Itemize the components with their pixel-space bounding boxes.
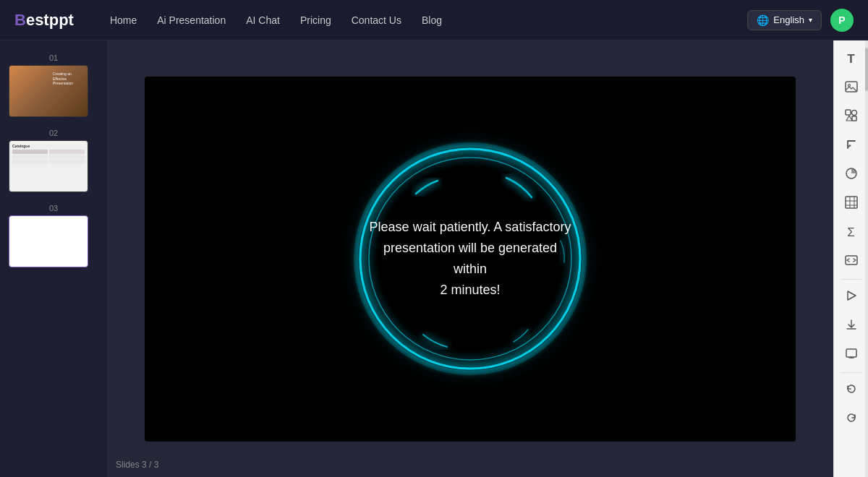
text-tool-button[interactable]: T [838, 46, 864, 72]
svg-rect-9 [846, 197, 857, 208]
main-nav: Home Ai Presentation AI Chat Pricing Con… [110, 14, 726, 26]
svg-rect-16 [846, 349, 856, 357]
text-icon: T [847, 52, 854, 66]
message-line2: presentation will be generated within [383, 241, 557, 276]
pie-chart-icon [845, 167, 858, 183]
undo-tool-button[interactable] [838, 377, 864, 403]
svg-rect-7 [852, 116, 856, 121]
image-icon [845, 80, 858, 96]
canvas-area: Please wait patiently. A satisfactory pr… [107, 40, 833, 477]
message-line3: 2 minutes! [440, 283, 500, 297]
redo-icon [846, 412, 857, 426]
nav-home[interactable]: Home [110, 14, 137, 26]
header-right: 🌐 English ▾ P [747, 9, 854, 32]
table-tool-button[interactable] [838, 191, 864, 217]
slide2-title: Catalogue [12, 144, 85, 148]
download-tool-button[interactable] [838, 313, 864, 339]
slide1-text: Creating an EffectivePresentation [53, 72, 82, 86]
right-toolbar: T [833, 40, 868, 477]
slide-image-2: Catalogue [9, 140, 88, 192]
image-tool-button[interactable] [838, 75, 864, 101]
slide-num-1: 01 [9, 53, 98, 62]
nav-ai-chat[interactable]: AI Chat [246, 14, 280, 26]
language-label: English [773, 14, 804, 25]
slide-thumb-3[interactable]: 03 [0, 198, 107, 273]
download-icon [846, 319, 857, 333]
language-selector[interactable]: 🌐 English ▾ [747, 10, 822, 30]
toolbar-divider-1 [841, 279, 861, 280]
play-icon [846, 290, 857, 304]
user-avatar[interactable]: P [830, 9, 854, 32]
sigma-tool-button[interactable]: Σ [838, 220, 864, 246]
table-icon [845, 196, 858, 212]
slide-message: Please wait patiently. A satisfactory pr… [340, 217, 600, 300]
slides-sidebar: 01 Creating an EffectivePresentation 02 … [0, 40, 107, 477]
toolbar-scrollbar-thumb [865, 48, 868, 91]
logo[interactable]: BBestestppt [14, 11, 74, 30]
toolbar-scrollbar[interactable] [865, 40, 868, 477]
svg-rect-5 [846, 110, 851, 115]
toolbar-divider-2 [841, 372, 861, 373]
header: BBestestppt Home Ai Presentation AI Chat… [0, 0, 868, 40]
neon-circle-container: Please wait patiently. A satisfactory pr… [340, 129, 600, 389]
main-layout: 01 Creating an EffectivePresentation 02 … [0, 40, 868, 477]
slide-num-2: 02 [9, 129, 98, 137]
slide-num-3: 03 [9, 204, 98, 212]
chevron-down-icon: ▾ [809, 16, 812, 24]
logo-accent: B [14, 11, 26, 29]
redo-tool-button[interactable] [838, 406, 864, 432]
shapes-icon [845, 109, 858, 125]
nav-pricing[interactable]: Pricing [300, 14, 331, 26]
shapes-tool-button[interactable] [838, 104, 864, 130]
play-tool-button[interactable] [838, 284, 864, 310]
slide-canvas: Please wait patiently. A satisfactory pr… [145, 77, 796, 442]
corner-icon [845, 138, 858, 154]
nav-ai-presentation[interactable]: Ai Presentation [157, 14, 226, 26]
embed-icon [845, 254, 858, 270]
screen-icon [846, 348, 857, 362]
slides-status: Slides 3 / 3 [116, 460, 158, 470]
slide-image-3 [9, 215, 88, 267]
globe-icon: 🌐 [757, 14, 769, 26]
screen-tool-button[interactable] [838, 342, 864, 368]
slide-image-1: Creating an EffectivePresentation [9, 65, 88, 117]
svg-point-4 [848, 85, 850, 87]
pie-chart-tool-button[interactable] [838, 162, 864, 188]
undo-icon [846, 383, 857, 398]
sigma-icon: Σ [847, 225, 855, 240]
slide-thumb-1[interactable]: 01 Creating an EffectivePresentation [0, 48, 107, 123]
corner-tool-button[interactable] [838, 133, 864, 159]
svg-point-6 [851, 111, 856, 116]
nav-contact-us[interactable]: Contact Us [352, 14, 401, 26]
slide-thumb-2[interactable]: 02 Catalogue [0, 123, 107, 198]
nav-blog[interactable]: Blog [422, 14, 442, 26]
message-line1: Please wait patiently. A satisfactory [370, 220, 571, 234]
embed-tool-button[interactable] [838, 249, 864, 275]
